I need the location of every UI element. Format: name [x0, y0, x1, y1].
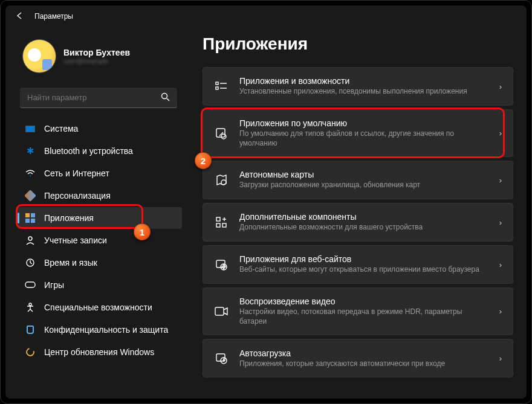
- annotation-1-badge: 1: [134, 223, 151, 240]
- card-apps-websites[interactable]: Приложения для веб-сайтов Веб-сайты, кот…: [203, 245, 513, 284]
- chevron-right-icon: ›: [499, 82, 502, 91]
- window-title: Параметры: [34, 12, 73, 21]
- sidebar-item-label: Специальные возможности: [44, 303, 152, 312]
- web-app-icon: [214, 258, 229, 271]
- bluetooth-icon: ✱: [25, 146, 36, 156]
- profile-block[interactable]: Виктор Бухтеев user@example: [18, 32, 182, 84]
- card-subtitle: Настройки видео, потоковая передача в ре…: [239, 307, 488, 326]
- sidebar-item-apps[interactable]: Приложения: [18, 207, 182, 229]
- svg-point-10: [29, 303, 31, 306]
- chevron-right-icon: ›: [499, 176, 502, 185]
- sidebar-item-gaming[interactable]: Игры: [18, 274, 182, 296]
- svg-point-6: [30, 175, 31, 176]
- svg-rect-13: [216, 87, 218, 89]
- sidebar-item-label: Игры: [44, 280, 64, 290]
- svg-point-16: [221, 134, 226, 139]
- annotation-2-badge: 2: [195, 152, 212, 169]
- svg-rect-19: [216, 223, 220, 227]
- chevron-right-icon: ›: [499, 129, 502, 138]
- card-title: Приложения и возможности: [239, 76, 488, 86]
- card-title: Приложения для веб-сайтов: [239, 254, 488, 264]
- clock-icon: [25, 257, 36, 268]
- card-subtitle: Приложения, которые запускаются автомати…: [239, 359, 488, 369]
- avatar: [22, 39, 56, 73]
- sidebar-item-personalization[interactable]: Персонализация: [18, 185, 182, 207]
- sidebar-item-label: Bluetooth и устройства: [44, 146, 133, 156]
- nav-list: Система ✱ Bluetooth и устройства Сеть и …: [18, 118, 182, 363]
- system-icon: [25, 123, 36, 134]
- card-title: Автозагрузка: [239, 348, 488, 358]
- chevron-right-icon: ›: [499, 260, 502, 269]
- sidebar-item-time[interactable]: Время и язык: [18, 252, 182, 274]
- card-title: Приложения по умолчанию: [239, 118, 488, 128]
- search-input[interactable]: [27, 93, 161, 102]
- card-subtitle: Дополнительные возможности для вашего ус…: [239, 223, 488, 232]
- svg-point-7: [28, 237, 32, 240]
- list-icon: [214, 81, 229, 92]
- gamepad-icon: [25, 280, 36, 290]
- sidebar-item-label: Персонализация: [44, 191, 111, 200]
- update-icon: [25, 347, 36, 358]
- svg-rect-20: [222, 223, 226, 227]
- card-apps-features[interactable]: Приложения и возможности Установленные п…: [203, 67, 513, 106]
- sidebar-item-privacy[interactable]: Конфиденциальность и защита: [18, 319, 182, 341]
- svg-line-5: [167, 98, 169, 101]
- svg-point-17: [221, 180, 226, 185]
- search-box[interactable]: [20, 88, 177, 108]
- sidebar-item-label: Система: [44, 124, 78, 133]
- user-icon: [25, 235, 36, 246]
- profile-email: user@example: [63, 57, 130, 65]
- card-offline-maps[interactable]: Автономные карты Загрузки расположение х…: [203, 161, 513, 199]
- sidebar-item-label: Время и язык: [44, 258, 97, 268]
- chevron-right-icon: ›: [499, 354, 502, 363]
- sidebar-item-label: Конфиденциальность и защита: [44, 325, 168, 335]
- video-icon: [214, 307, 229, 316]
- svg-point-29: [223, 360, 224, 361]
- svg-point-4: [162, 93, 167, 98]
- svg-rect-11: [216, 82, 218, 85]
- main-panel: Приложения Приложения и возможности Уста…: [187, 27, 527, 399]
- sidebar-item-bluetooth[interactable]: ✱ Bluetooth и устройства: [18, 140, 182, 162]
- card-startup[interactable]: Автозагрузка Приложения, которые запуска…: [203, 339, 513, 377]
- chevron-right-icon: ›: [499, 218, 502, 227]
- apps-icon: [25, 213, 36, 223]
- sidebar: Виктор Бухтеев user@example Система: [5, 27, 187, 399]
- map-icon: [214, 174, 229, 186]
- shield-icon: [25, 324, 36, 335]
- card-subtitle: По умолчанию для типов файлов и ссылок, …: [239, 129, 488, 148]
- svg-rect-25: [215, 307, 224, 315]
- brush-icon: [25, 190, 36, 201]
- sidebar-item-label: Сеть и Интернет: [44, 168, 109, 178]
- page-title: Приложения: [203, 34, 513, 54]
- sidebar-item-update[interactable]: Центр обновления Windows: [18, 341, 182, 363]
- startup-icon: [214, 352, 229, 364]
- svg-rect-9: [25, 282, 35, 287]
- search-icon: [161, 92, 170, 103]
- card-video-playback[interactable]: Воспроизведение видео Настройки видео, п…: [203, 287, 513, 335]
- card-title: Дополнительные компоненты: [239, 212, 488, 222]
- sidebar-item-accessibility[interactable]: Специальные возможности: [18, 297, 182, 318]
- svg-rect-18: [216, 217, 220, 221]
- sidebar-item-accounts[interactable]: Учетные записи: [18, 229, 182, 251]
- svg-rect-15: [216, 129, 225, 137]
- card-optional-features[interactable]: Дополнительные компоненты Дополнительные…: [203, 203, 513, 242]
- card-subtitle: Установленные приложения, псевдонимы вып…: [239, 87, 488, 97]
- accessibility-icon: [25, 302, 36, 313]
- card-subtitle: Загрузки расположение хранилища, обновле…: [239, 181, 488, 190]
- sidebar-item-label: Центр обновления Windows: [44, 347, 154, 357]
- plus-grid-icon: [214, 216, 229, 228]
- wifi-icon: [25, 168, 36, 179]
- chevron-right-icon: ›: [499, 307, 502, 316]
- profile-name: Виктор Бухтеев: [63, 48, 130, 57]
- card-title: Автономные карты: [239, 170, 488, 179]
- sidebar-item-label: Учетные записи: [44, 236, 107, 245]
- back-button[interactable]: [10, 11, 30, 22]
- card-default-apps[interactable]: Приложения по умолчанию По умолчанию для…: [203, 109, 513, 157]
- sidebar-item-network[interactable]: Сеть и Интернет: [18, 162, 182, 184]
- titlebar: Параметры: [5, 5, 527, 27]
- sidebar-item-label: Приложения: [44, 213, 94, 223]
- default-icon: [214, 127, 229, 139]
- sidebar-item-system[interactable]: Система: [18, 118, 182, 139]
- card-title: Воспроизведение видео: [239, 297, 488, 306]
- card-subtitle: Веб-сайты, которые могут открываться в п…: [239, 265, 488, 275]
